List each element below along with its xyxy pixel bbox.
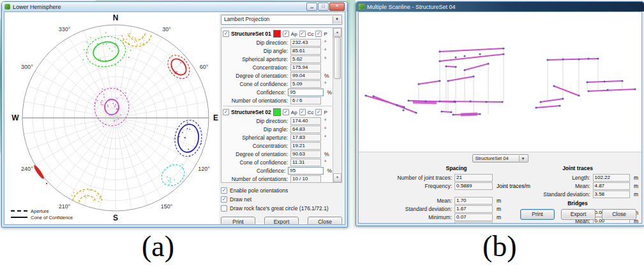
stat-row: Standard deviation:1.67m	[377, 205, 536, 213]
set-enabled-checkbox[interactable]	[223, 31, 229, 37]
close-button[interactable]: Close	[602, 209, 636, 220]
field-label: Confidence:	[223, 168, 288, 174]
stat-row: Minimum:0.07m	[377, 213, 536, 221]
p-checkbox[interactable]	[315, 31, 322, 37]
stereonet-options: Enable pole orientationsDraw netDraw roc…	[221, 186, 342, 213]
stat-row: Number of joint traces:21	[377, 173, 536, 182]
field-label: Concentration:	[223, 143, 290, 149]
set-enabled-checkbox[interactable]	[223, 109, 229, 115]
field-label: Spherical aperture:	[223, 134, 290, 141]
structureset-dropdown-value: StructureSet 04	[476, 155, 509, 161]
window-b-content: StructureSet 04 ▼ Spacing Number of join…	[358, 11, 642, 224]
p-checkbox[interactable]	[315, 109, 322, 115]
print-button[interactable]: Print	[221, 217, 255, 225]
stat-value: 7.08	[454, 222, 493, 224]
scroll-up-icon[interactable]: ▲	[333, 28, 341, 37]
field-unit: %	[321, 73, 329, 79]
option-row: Draw net	[221, 195, 342, 204]
window-a-title: Lower Hemisphere	[13, 4, 61, 10]
svg-text:120°: 120°	[198, 166, 210, 172]
field-value: 174.40	[290, 117, 321, 125]
field-row: Concentration:19.21	[223, 141, 332, 150]
screenshot-canvas: Lower Hemisphere ▁ ▢ ✕ 30°60°120°150°210…	[0, 0, 644, 274]
field-label: Cone of confidence:	[223, 81, 290, 87]
field-value[interactable]: 95	[288, 89, 324, 96]
field-label: Number of orientations:	[223, 176, 290, 182]
field-unit: °	[321, 126, 326, 133]
export-button[interactable]: Export	[264, 217, 299, 225]
stereonet-plot: 30°60°120°150°210°240°300°330°NESW	[6, 12, 219, 224]
window-a-buttons: PrintExportClose	[221, 217, 342, 225]
structureset-dropdown[interactable]: StructureSet 04 ▼	[472, 154, 528, 162]
stat-unit: m	[493, 222, 501, 224]
caption-a: (a)	[142, 229, 174, 263]
stat-row: Mean:4.87m	[517, 182, 638, 190]
svg-text:300°: 300°	[21, 64, 33, 70]
structure-set-name: StructureSet 02	[231, 109, 271, 115]
field-row: Number of orientations:10 / 10	[223, 175, 332, 183]
option-checkbox[interactable]	[221, 205, 227, 212]
option-label: Draw rock face's great circle (176.1/72.…	[230, 205, 329, 212]
maximize-icon[interactable]: ▢	[318, 3, 329, 11]
set-separator	[223, 106, 332, 106]
field-row: Spherical aperture:5.62°	[223, 55, 332, 63]
projection-dropdown-value: Lambert Projection	[224, 16, 269, 22]
field-value: 5.62	[290, 55, 321, 63]
window-a-titlebar[interactable]: Lower Hemisphere ▁ ▢ ✕	[2, 2, 347, 11]
close-icon[interactable]: ✕	[329, 3, 345, 11]
projection-dropdown[interactable]: Lambert Projection ▼	[221, 15, 342, 25]
field-unit: °	[321, 56, 326, 62]
export-button[interactable]: Export	[561, 209, 595, 220]
stat-label: Number of joint traces:	[377, 175, 454, 181]
field-value[interactable]: 95	[288, 167, 324, 175]
field-value: 64.83	[290, 126, 321, 133]
field-label: Dip angle:	[223, 48, 290, 54]
field-row: Confidence:95%	[223, 88, 332, 96]
stat-row: Standard deviation:3.58m	[517, 190, 638, 198]
stat-unit: m	[493, 198, 501, 204]
stat-value: 3.58	[593, 191, 630, 198]
field-unit: °	[321, 81, 326, 87]
scroll-down-icon[interactable]: ▼	[333, 173, 341, 182]
svg-text:150°: 150°	[161, 203, 173, 210]
window-b-titlebar[interactable]: Multiple Scanline - StructureSet 04	[356, 2, 644, 11]
stat-value: 4.87	[593, 182, 630, 190]
svg-text:240°: 240°	[21, 166, 33, 172]
stat-value: 0.07	[454, 213, 493, 221]
scrollbar-thumb[interactable]	[334, 37, 341, 79]
ap-checkbox[interactable]	[283, 109, 289, 115]
option-row: Enable pole orientations	[221, 186, 342, 195]
svg-text:60°: 60°	[200, 64, 209, 70]
print-button[interactable]: Print	[520, 209, 555, 220]
option-label: Draw net	[230, 196, 251, 203]
stat-unit: m	[630, 183, 638, 189]
svg-text:N: N	[113, 13, 119, 22]
close-button[interactable]: Close	[308, 217, 342, 225]
structure-set-header: StructureSet 01ApCcP	[223, 29, 332, 38]
field-value: 232.43	[290, 39, 321, 47]
field-value: 5.09	[290, 80, 321, 88]
cc-checkbox[interactable]	[299, 31, 306, 37]
scrollbar[interactable]: ▲ ▼	[333, 28, 341, 182]
field-value: 175.94	[290, 64, 321, 71]
field-row: Degree of orientation:90.63%	[223, 150, 332, 158]
desktop-smear-between-windows	[347, 0, 356, 229]
cc-checkbox[interactable]	[299, 109, 306, 115]
window-b-title: Multiple Scanline - StructureSet 04	[367, 4, 456, 10]
set-color-swatch[interactable]	[273, 30, 281, 38]
chevron-down-icon: ▼	[519, 155, 527, 161]
field-row: Cone of confidence:11.31°	[223, 158, 332, 166]
stat-unit: m	[630, 175, 638, 181]
structure-set-header: StructureSet 02ApCcP	[223, 108, 332, 117]
ap-checkbox[interactable]	[283, 31, 289, 37]
option-checkbox[interactable]	[221, 196, 227, 203]
set-color-swatch[interactable]	[273, 108, 281, 116]
stat-unit: m	[630, 191, 638, 198]
field-unit: %	[324, 168, 332, 174]
field-unit: %	[321, 151, 329, 157]
minimize-icon[interactable]: ▁	[306, 3, 317, 11]
ap-label: Ap	[291, 31, 297, 37]
option-checkbox[interactable]	[221, 187, 227, 194]
spacing-section: Spacing Number of joint traces:21Frequen…	[377, 165, 536, 224]
multiple-scanline-window: Multiple Scanline - StructureSet 04 Stru…	[356, 1, 644, 226]
